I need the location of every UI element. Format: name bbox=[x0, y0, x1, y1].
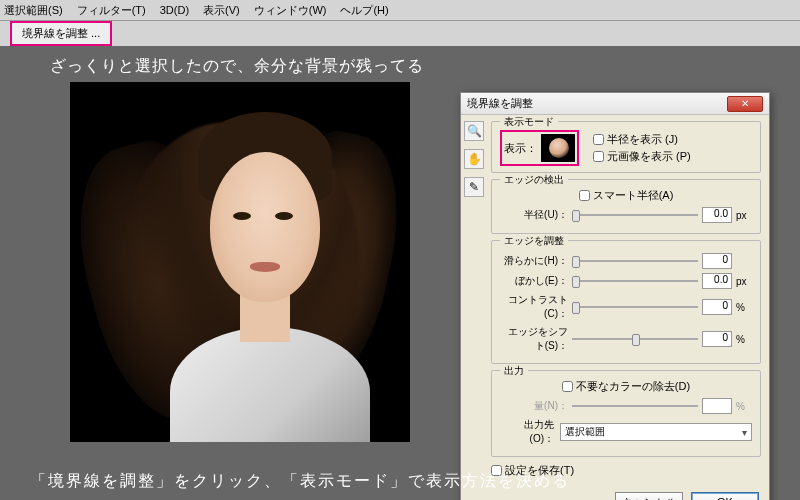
smooth-slider[interactable] bbox=[572, 254, 698, 268]
zoom-tool-icon[interactable]: 🔍 bbox=[464, 121, 484, 141]
group-label: エッジの検出 bbox=[500, 173, 568, 187]
group-label: 出力 bbox=[500, 364, 528, 378]
group-view-mode: 表示モード 表示： 半径を表示 (J) 元画像を表示 (P) bbox=[491, 121, 761, 173]
annotation-bottom: 「境界線を調整」をクリック、「表示モード」で表示方法を決める bbox=[30, 471, 570, 492]
menu-3d[interactable]: 3D(D) bbox=[160, 4, 189, 16]
close-icon[interactable]: ✕ bbox=[727, 96, 763, 112]
smooth-value[interactable]: 0 bbox=[702, 253, 732, 269]
amount-slider bbox=[572, 399, 698, 413]
menu-bar: 選択範囲(S) フィルター(T) 3D(D) 表示(V) ウィンドウ(W) ヘル… bbox=[0, 0, 800, 20]
smart-radius-checkbox[interactable]: スマート半径(A) bbox=[500, 188, 752, 203]
ok-button[interactable]: OK bbox=[691, 492, 759, 500]
cancel-button[interactable]: キャンセル bbox=[615, 492, 683, 500]
view-label: 表示： bbox=[504, 141, 537, 156]
contrast-value[interactable]: 0 bbox=[702, 299, 732, 315]
dialog-tool-column: 🔍 ✋ ✎ bbox=[461, 115, 487, 486]
shift-value[interactable]: 0 bbox=[702, 331, 732, 347]
annotation-top: ざっくりと選択したので、余分な背景が残ってる bbox=[50, 56, 424, 77]
contrast-slider[interactable] bbox=[572, 300, 698, 314]
group-label: 表示モード bbox=[500, 115, 558, 129]
view-thumbnail[interactable] bbox=[541, 134, 575, 162]
menu-window[interactable]: ウィンドウ(W) bbox=[254, 3, 327, 18]
hand-tool-icon[interactable]: ✋ bbox=[464, 149, 484, 169]
menu-filter[interactable]: フィルター(T) bbox=[77, 3, 146, 18]
show-radius-checkbox[interactable]: 半径を表示 (J) bbox=[593, 132, 691, 147]
show-original-checkbox[interactable]: 元画像を表示 (P) bbox=[593, 149, 691, 164]
feather-slider[interactable] bbox=[572, 274, 698, 288]
group-output: 出力 不要なカラーの除去(D) 量(N)：% 出力先(O)：選択範囲 bbox=[491, 370, 761, 457]
portrait-image bbox=[70, 82, 410, 442]
menu-help[interactable]: ヘルプ(H) bbox=[340, 3, 388, 18]
view-mode-selector[interactable]: 表示： bbox=[500, 130, 579, 166]
document-canvas[interactable] bbox=[70, 82, 410, 442]
feather-value[interactable]: 0.0 bbox=[702, 273, 732, 289]
dialog-titlebar[interactable]: 境界線を調整 ✕ bbox=[461, 93, 769, 115]
refine-edge-dialog: 境界線を調整 ✕ 🔍 ✋ ✎ 表示モード 表示： 半径を表示 (J) 元画像を表… bbox=[460, 92, 770, 500]
radius-value[interactable]: 0.0 bbox=[702, 207, 732, 223]
group-adjust-edge: エッジを調整 滑らかに(H)：0 ぼかし(E)：0.0px コントラスト(C)：… bbox=[491, 240, 761, 364]
output-to-select[interactable]: 選択範囲 bbox=[560, 423, 752, 441]
menu-select[interactable]: 選択範囲(S) bbox=[4, 3, 63, 18]
group-label: エッジを調整 bbox=[500, 234, 568, 248]
refine-edge-button[interactable]: 境界線を調整 ... bbox=[10, 21, 112, 46]
amount-value bbox=[702, 398, 732, 414]
shift-slider[interactable] bbox=[572, 332, 698, 346]
radius-label: 半径(U)： bbox=[500, 208, 568, 222]
radius-slider[interactable] bbox=[572, 208, 698, 222]
menu-view[interactable]: 表示(V) bbox=[203, 3, 240, 18]
refine-brush-icon[interactable]: ✎ bbox=[464, 177, 484, 197]
decontaminate-checkbox[interactable]: 不要なカラーの除去(D) bbox=[500, 379, 752, 394]
options-bar: 境界線を調整 ... bbox=[0, 20, 800, 46]
dialog-title: 境界線を調整 bbox=[467, 96, 533, 111]
group-edge-detection: エッジの検出 スマート半径(A) 半径(U)： 0.0 px bbox=[491, 179, 761, 234]
